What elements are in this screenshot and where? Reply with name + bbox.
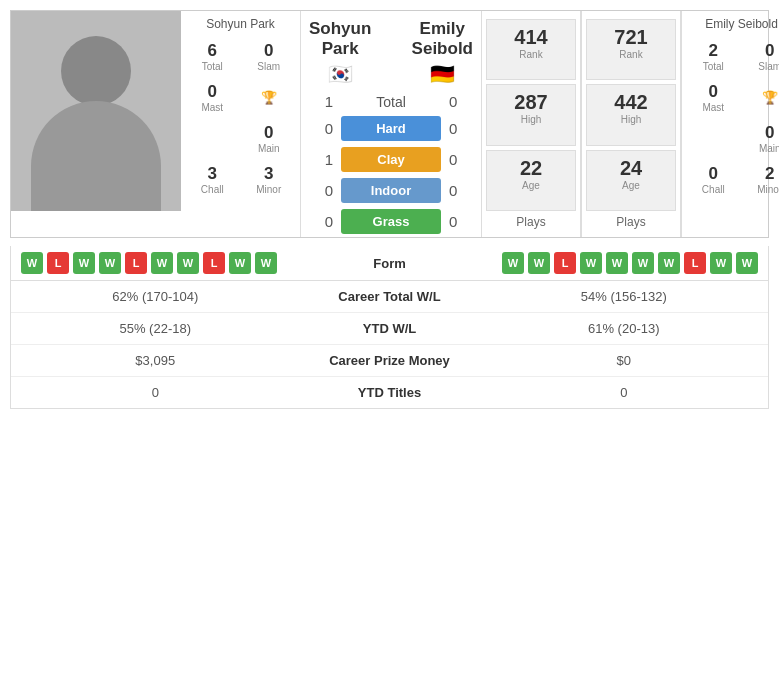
clay-button[interactable]: Clay [341, 147, 441, 172]
form-label: Form [340, 256, 440, 271]
left-rank-box: 414 Rank [486, 19, 576, 80]
form-badge-l1-5: L [125, 252, 147, 274]
ytd-titles-row: 0 YTD Titles 0 [11, 377, 768, 408]
right-chall-value: 0 [688, 164, 739, 184]
hard-button[interactable]: Hard [341, 116, 441, 141]
right-slam-value: 0 [745, 41, 780, 61]
left-slam-label: Slam [244, 61, 295, 72]
ytd-titles-right: 0 [490, 385, 759, 400]
career-prize-right: $0 [490, 353, 759, 368]
career-wl-row: 62% (170-104) Career Total W/L 54% (156-… [11, 281, 768, 313]
left-mast-value: 0 [187, 82, 238, 102]
form-badge-r1-3: L [554, 252, 576, 274]
total-center: Total [341, 94, 441, 110]
form-badge-r1-1: W [502, 252, 524, 274]
right-total-label: Total [688, 61, 739, 72]
left-total-label: Total [187, 61, 238, 72]
left-plays-label: Plays [516, 215, 545, 229]
form-badge-r1-2: W [528, 252, 550, 274]
hard-center: Hard [341, 116, 441, 141]
left-center-stats: 414 Rank 287 High 22 Age Plays [481, 11, 581, 237]
left-main-value: 0 [244, 123, 295, 143]
indoor-left-score: 0 [311, 182, 341, 199]
left-high-label: High [491, 114, 571, 125]
ytd-wl-left: 55% (22-18) [21, 321, 290, 336]
left-main-label: Main [244, 143, 295, 154]
form-badge-l1-6: W [151, 252, 173, 274]
left-player-name-label: Sohyun Park [206, 17, 275, 31]
right-rank-value: 721 [591, 26, 671, 49]
ytd-wl-row: 55% (22-18) YTD W/L 61% (20-13) [11, 313, 768, 345]
spacer [371, 19, 411, 86]
form-badge-l1-4: W [99, 252, 121, 274]
clay-left-score: 1 [311, 151, 341, 168]
left-player-photo [11, 11, 181, 211]
hard-row: 0 Hard 0 [301, 113, 481, 144]
career-wl-right: 54% (156-132) [490, 289, 759, 304]
right-stats-grid: 2 Total 0 Slam 0 Mast 🏆 0 Main [686, 37, 779, 199]
hard-right-score: 0 [441, 120, 471, 137]
form-badge-r1-10: W [736, 252, 758, 274]
left-rank-value: 414 [491, 26, 571, 49]
right-main-value: 0 [745, 123, 780, 143]
left-slam-value: 0 [244, 41, 295, 61]
right-stats-panel: Emily Seibold 2 Total 0 Slam 0 Mast 🏆 [681, 11, 779, 237]
left-mast-label: Mast [187, 102, 238, 113]
right-name-block: EmilySeibold 🇩🇪 [412, 19, 473, 86]
left-age-value: 22 [491, 157, 571, 180]
right-chall-label: Chall [688, 184, 739, 195]
right-slam-cell: 0 Slam [743, 37, 780, 76]
right-high-value: 442 [591, 91, 671, 114]
total-left-score: 1 [311, 93, 341, 110]
right-high-box: 442 High [586, 84, 676, 145]
right-chall-cell: 0 Chall [686, 160, 741, 199]
left-slam-cell: 0 Slam [242, 37, 297, 76]
clay-center: Clay [341, 147, 441, 172]
form-section: W L W W L W W L W W Form W W L W W W W L… [10, 246, 769, 281]
grass-left-score: 0 [311, 213, 341, 230]
form-badge-r1-5: W [606, 252, 628, 274]
career-prize-row: $3,095 Career Prize Money $0 [11, 345, 768, 377]
right-flag: 🇩🇪 [412, 62, 473, 86]
left-total-cell: 6 Total [185, 37, 240, 76]
career-wl-left: 62% (170-104) [21, 289, 290, 304]
left-age-box: 22 Age [486, 150, 576, 211]
right-total-value: 2 [688, 41, 739, 61]
form-badge-r1-4: W [580, 252, 602, 274]
right-main-cell2: 0 Main [743, 119, 780, 158]
left-form-sequence: W L W W L W W L W W [21, 252, 340, 274]
grass-button[interactable]: Grass [341, 209, 441, 234]
right-mast-value: 0 [688, 82, 739, 102]
form-badge-r1-8: L [684, 252, 706, 274]
right-minor-value: 2 [745, 164, 780, 184]
indoor-center: Indoor [341, 178, 441, 203]
left-high-box: 287 High [486, 84, 576, 145]
form-badge-l1-2: L [47, 252, 69, 274]
right-high-label: High [591, 114, 671, 125]
ytd-titles-label: YTD Titles [290, 385, 490, 400]
left-name-block: Sohyun Park 🇰🇷 [309, 19, 371, 86]
career-wl-label: Career Total W/L [290, 289, 490, 304]
grass-row: 0 Grass 0 [301, 206, 481, 237]
right-minor-label: Minor [745, 184, 780, 195]
career-prize-left: $3,095 [21, 353, 290, 368]
left-minor-value: 3 [244, 164, 295, 184]
right-plays-label: Plays [616, 215, 645, 229]
ytd-wl-label: YTD W/L [290, 321, 490, 336]
left-main-cell2: 0 Main [242, 119, 297, 158]
form-badge-l1-1: W [21, 252, 43, 274]
middle-card: Sohyun Park 🇰🇷 EmilySeibold 🇩🇪 1 Total 0 [301, 11, 481, 237]
total-row: 1 Total 0 [301, 90, 481, 113]
left-chall-value: 3 [187, 164, 238, 184]
indoor-button[interactable]: Indoor [341, 178, 441, 203]
right-slam-label: Slam [745, 61, 780, 72]
left-total-value: 6 [187, 41, 238, 61]
right-player-name-label: Emily Seibold [705, 17, 778, 31]
left-high-value: 287 [491, 91, 571, 114]
form-badge-l1-8: L [203, 252, 225, 274]
form-badge-l1-10: W [255, 252, 277, 274]
right-age-value: 24 [591, 157, 671, 180]
stats-rows: 62% (170-104) Career Total W/L 54% (156-… [10, 281, 769, 409]
left-trophy-cell: 🏆 [242, 78, 297, 117]
right-main-label: Main [745, 143, 780, 154]
